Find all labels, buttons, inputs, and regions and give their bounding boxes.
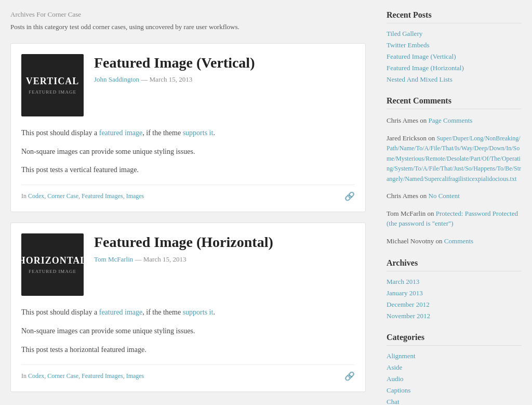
post-date-separator-vertical: — <box>141 75 149 83</box>
list-item: March 2013 <box>387 278 522 286</box>
post-tags-horizontal: In Codex, Corner Case, Featured Images, … <box>21 372 144 380</box>
list-item: Featured Image (Horizontal) <box>387 64 522 72</box>
featured-image-link-h1[interactable]: featured image <box>99 308 143 316</box>
featured-image-vertical: VERTICAL FEATURED IMAGE <box>21 54 84 116</box>
post-date-separator-horizontal: — <box>135 255 143 263</box>
post-footer-horizontal: In Codex, Corner Case, Featured Images, … <box>21 364 355 381</box>
tag-images-h[interactable]: Images <box>126 372 144 380</box>
category-link-1[interactable]: Alignment <box>387 352 416 360</box>
recent-comments-title: Recent Comments <box>387 96 522 109</box>
post-card-horizontal: HORIZONTAL FEATURED IMAGE Featured Image… <box>10 223 366 391</box>
archive-link-4[interactable]: November 2012 <box>387 312 430 320</box>
list-item: Captions <box>387 386 522 395</box>
archives-description: Posts in this category test odd corner c… <box>10 22 366 33</box>
list-item: Featured Image (Vertical) <box>387 53 522 61</box>
featured-image-horizontal: HORIZONTAL FEATURED IMAGE <box>21 233 84 296</box>
comment-link-5[interactable]: Comments <box>444 237 473 245</box>
post-header-horizontal: HORIZONTAL FEATURED IMAGE Featured Image… <box>21 233 355 296</box>
list-item: December 2012 <box>387 301 522 309</box>
list-item: Aside <box>387 363 522 372</box>
post-meta-vertical: Featured Image (Vertical) John Saddingto… <box>94 54 355 84</box>
comment-author-3: Chris Ames <box>387 192 418 200</box>
main-content: Archives For Corner Case Posts in this c… <box>10 10 366 405</box>
post-meta-horizontal: Featured Image (Horizontal) Tom McFarlin… <box>94 233 355 264</box>
category-link-3[interactable]: Audio <box>387 375 404 383</box>
page-wrapper: Archives For Corner Case Posts in this c… <box>0 0 532 405</box>
categories-list: Alignment Aside Audio Captions Chat <box>387 352 522 405</box>
recent-post-link-5[interactable]: Nested And Mixed Lists <box>387 75 453 83</box>
recent-comment-4: Tom McFarlin on Protected: Password Prot… <box>387 208 522 229</box>
post-title-vertical: Featured Image (Vertical) <box>94 54 355 72</box>
list-item: Nested And Mixed Lists <box>387 75 522 84</box>
post-body-horizontal: This post should display a featured imag… <box>21 306 355 356</box>
post-author-link-horizontal[interactable]: Tom McFarlin <box>94 255 133 263</box>
comment-author-5: Michael Novotny <box>387 237 434 245</box>
post-card-vertical: VERTICAL FEATURED IMAGE Featured Image (… <box>10 43 366 212</box>
recent-post-link-1[interactable]: Tiled Gallery <box>387 30 422 37</box>
post-title-horizontal: Featured Image (Horizontal) <box>94 233 355 251</box>
post-author-link-vertical[interactable]: John Saddington <box>94 75 139 83</box>
recent-comment-5: Michael Novotny on Comments <box>387 236 522 246</box>
post-date-horizontal: March 15, 2013 <box>143 255 187 263</box>
archives-title: Archives <box>387 258 522 271</box>
list-item: January 2013 <box>387 289 522 297</box>
category-link-4[interactable]: Captions <box>387 386 410 394</box>
post-body-p3-vertical: This post tests a vertical featured imag… <box>21 164 355 176</box>
recent-comments-section: Recent Comments Chris Ames on Page Comme… <box>387 96 522 246</box>
image-sublabel-horizontal: FEATURED IMAGE <box>29 269 76 274</box>
permalink-icon-v: 🔗 <box>344 191 355 201</box>
archives-title: Archives For Corner Case <box>10 10 366 19</box>
image-label-vertical: VERTICAL <box>26 76 79 87</box>
post-footer-vertical: In Codex, Corner Case, Featured Images, … <box>21 185 355 201</box>
recent-comment-2: Jared Erickson on Super/Duper/Long/NonBr… <box>387 133 522 184</box>
list-item: Alignment <box>387 352 522 360</box>
tag-featuredimages-h[interactable]: Featured Images <box>82 372 123 380</box>
post-body-p2-vertical: Non-square images can provide some uniqu… <box>21 146 355 158</box>
post-body-p2-horizontal: Non-square images can provide some uniqu… <box>21 325 355 337</box>
permalink-icon-h: 🔗 <box>344 371 355 381</box>
category-link-2[interactable]: Aside <box>387 363 402 371</box>
list-item: November 2012 <box>387 312 522 320</box>
comment-link-3[interactable]: No Content <box>429 192 460 200</box>
archive-link-2[interactable]: January 2013 <box>387 289 423 297</box>
categories-title: Categories <box>387 333 522 346</box>
archive-link-3[interactable]: December 2012 <box>387 301 430 308</box>
recent-posts-section: Recent Posts Tiled Gallery Twitter Embed… <box>387 10 522 84</box>
recent-post-link-2[interactable]: Twitter Embeds <box>387 41 430 49</box>
post-body-p3-horizontal: This post tests a horizontal featured im… <box>21 344 355 356</box>
comment-author-1: Chris Ames <box>387 116 418 124</box>
tag-featuredimages-v[interactable]: Featured Images <box>82 192 123 200</box>
post-header-vertical: VERTICAL FEATURED IMAGE Featured Image (… <box>21 54 355 116</box>
sidebar: Recent Posts Tiled Gallery Twitter Embed… <box>387 10 522 405</box>
post-body-p1-vertical: This post should display a featured imag… <box>21 127 355 139</box>
archives-list: March 2013 January 2013 December 2012 No… <box>387 278 522 320</box>
image-label-horizontal: HORIZONTAL <box>18 255 87 267</box>
recent-comment-1: Chris Ames on Page Comments <box>387 115 522 126</box>
post-tags-vertical: In Codex, Corner Case, Featured Images, … <box>21 192 144 200</box>
recent-post-link-4[interactable]: Featured Image (Horizontal) <box>387 64 464 72</box>
supports-it-link-h1[interactable]: supports it <box>183 308 214 316</box>
post-body-vertical: This post should display a featured imag… <box>21 127 355 176</box>
tag-cornercase-h[interactable]: Corner Case <box>47 372 78 380</box>
archives-section: Archives March 2013 January 2013 Decembe… <box>387 258 522 320</box>
featured-image-link-v1[interactable]: featured image <box>99 129 143 137</box>
supports-it-link-v1[interactable]: supports it <box>183 129 214 137</box>
comment-author-4: Tom McFarlin <box>387 210 425 217</box>
tag-codex-v[interactable]: Codex <box>28 192 44 200</box>
category-link-5[interactable]: Chat <box>387 398 400 405</box>
archive-link-1[interactable]: March 2013 <box>387 278 419 285</box>
recent-comment-3: Chris Ames on No Content <box>387 191 522 201</box>
tag-codex-h[interactable]: Codex <box>28 372 44 380</box>
comment-author-2: Jared Erickson <box>387 134 427 142</box>
recent-post-link-3[interactable]: Featured Image (Vertical) <box>387 53 456 60</box>
list-item: Chat <box>387 398 522 405</box>
tag-cornercase-v[interactable]: Corner Case <box>47 192 78 200</box>
tag-images-v[interactable]: Images <box>126 192 144 200</box>
post-body-p1-horizontal: This post should display a featured imag… <box>21 306 355 319</box>
categories-section: Categories Alignment Aside Audio Caption… <box>387 333 522 405</box>
recent-posts-title: Recent Posts <box>387 10 522 23</box>
list-item: Tiled Gallery <box>387 30 522 38</box>
comment-link-1[interactable]: Page Comments <box>429 116 473 124</box>
list-item: Twitter Embeds <box>387 41 522 49</box>
recent-posts-list: Tiled Gallery Twitter Embeds Featured Im… <box>387 30 522 84</box>
